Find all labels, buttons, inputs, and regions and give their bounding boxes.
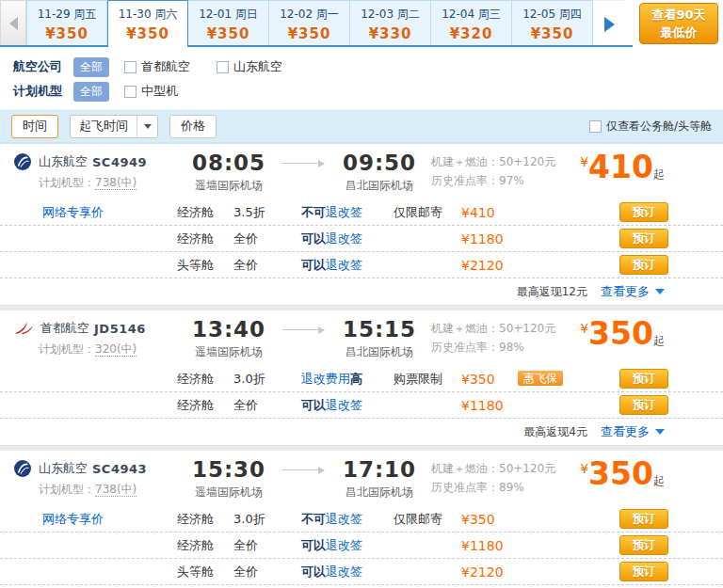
tab-price: ¥320 [450, 25, 493, 42]
fare-price: ¥350 [461, 372, 518, 387]
airline-filter-label: 航空公司 [13, 58, 73, 75]
aircraft-all-button[interactable]: 全部 [73, 82, 109, 102]
date-tab-2-active[interactable]: 11-30 周六 ¥350 [107, 0, 188, 47]
taxes-fees: 机建＋燃油：50+120元 [431, 319, 580, 338]
fare-policy-link[interactable]: 可以退改签 [301, 537, 394, 554]
fare-policy-link[interactable]: 不可退改签 [301, 511, 394, 528]
flight-direction [279, 318, 328, 360]
tab-price: ¥350 [288, 25, 331, 42]
airline-all-button[interactable]: 全部 [73, 57, 109, 77]
fare-row: 头等舱 全价 可以退改签 ¥2120 预订 [0, 559, 723, 585]
price-suffix: 起 [653, 474, 665, 487]
aircraft-type-link[interactable]: 738(中) [95, 176, 137, 190]
fare-policy-link[interactable]: 退改费用高 [301, 371, 394, 388]
date-tab-4[interactable]: 12-02 周一 ¥350 [269, 0, 350, 47]
date-tab-5[interactable]: 12-03 周二 ¥330 [350, 0, 431, 47]
arrival-airport: 昌北国际机场 [328, 485, 431, 501]
checkbox-icon[interactable] [124, 61, 137, 73]
sort-by-time-button[interactable]: 时间 [11, 115, 58, 138]
date-tab-bar: 11-29 周五 ¥350 11-30 周六 ¥350 12-01 周日 ¥35… [0, 0, 723, 47]
book-button[interactable]: 预订 [619, 535, 668, 555]
fare-row: 经济舱 全价 可以退改签 ¥1180 预订 [0, 532, 723, 559]
flight-card-sc4949: 山东航空 SC4949 计划机型：738(中) 08:05 遥墙国际机场 09:… [0, 144, 723, 305]
fare-channel-link[interactable]: 网络专享价 [0, 511, 177, 528]
fare-policy-link[interactable]: 可以退改签 [301, 257, 394, 274]
arrival-info: 17:10 昌北国际机场 [328, 458, 431, 501]
fare-price: ¥2120 [461, 258, 518, 273]
arrival-time: 17:10 [328, 458, 431, 481]
fare-cabin: 经济舱 [177, 204, 233, 221]
fare-policy-link[interactable]: 可以退改签 [301, 397, 394, 414]
flight-number: SC4943 [92, 462, 147, 476]
lowest-line1: 查看90天 [646, 6, 712, 24]
aircraft-type-link[interactable]: 738(中) [95, 483, 137, 497]
view-90day-lowest-price-button[interactable]: 查看90天 最低价 [639, 3, 718, 44]
airline-option-shandong[interactable]: 山东航空 [217, 58, 282, 75]
prev-dates-button[interactable] [0, 0, 26, 47]
capital-airlines-logo-icon [13, 321, 34, 336]
airline-option-capital[interactable]: 首都航空 [124, 58, 190, 75]
fare-cabin: 经济舱 [177, 371, 233, 388]
flight-meta: 机建＋燃油：50+120元 历史准点率：98% [431, 318, 580, 360]
checkbox-icon[interactable] [217, 61, 229, 73]
fare-discount: 全价 [233, 397, 301, 414]
price-suffix: 起 [653, 167, 665, 181]
fare-restriction: 仅限邮寄 [394, 204, 461, 221]
book-button[interactable]: 预订 [619, 562, 668, 581]
aircraft-option-medium[interactable]: 中型机 [124, 83, 178, 100]
checkbox-icon[interactable] [124, 86, 137, 98]
tab-date: 12-05 周四 [522, 7, 582, 23]
book-button[interactable]: 预订 [619, 255, 668, 275]
punctuality-rate: 历史准点率：98% [431, 338, 580, 357]
arrow-right-icon [282, 469, 324, 470]
fare-policy-link[interactable]: 可以退改签 [301, 564, 394, 580]
fare-row: 头等舱 全价 可以退改签 ¥2120 预订 [0, 252, 723, 278]
punctuality-rate: 历史准点率：89% [431, 478, 580, 497]
fare-discount: 全价 [233, 257, 301, 274]
aircraft-type-link[interactable]: 320(中) [95, 342, 137, 357]
flight-direction [279, 458, 328, 501]
aircraft-label: 计划机型： [39, 483, 95, 496]
flight-card-sc4943: 山东航空 SC4943 计划机型：738(中) 15:30 遥墙国际机场 17:… [0, 451, 723, 585]
checkbox-icon[interactable] [589, 120, 602, 133]
date-tab-7[interactable]: 12-05 周四 ¥350 [512, 0, 593, 47]
business-first-only-filter[interactable]: 仅查看公务舱/头等舱 [589, 119, 712, 135]
next-dates-button[interactable] [593, 0, 625, 47]
view-more-link[interactable]: 查看更多 [601, 283, 650, 300]
fare-price: ¥1180 [461, 538, 518, 553]
view-more-link[interactable]: 查看更多 [601, 423, 650, 440]
currency-symbol: ¥ [580, 321, 588, 336]
chevron-down-icon[interactable] [655, 289, 665, 294]
fare-channel-link[interactable]: 网络专享价 [0, 204, 177, 221]
fare-price: ¥1180 [461, 231, 518, 246]
tab-price: ¥350 [126, 25, 169, 42]
date-tab-6[interactable]: 12-04 周三 ¥320 [431, 0, 512, 47]
chevron-right-icon [604, 17, 615, 32]
fare-policy-link[interactable]: 不可退改签 [301, 204, 394, 221]
book-button[interactable]: 预订 [619, 369, 668, 389]
airline-option-label: 首都航空 [141, 58, 190, 75]
book-button[interactable]: 预订 [619, 509, 668, 529]
date-tab-1[interactable]: 11-29 周五 ¥350 [26, 0, 107, 47]
currency-symbol: ¥ [580, 461, 588, 476]
arrival-time: 15:15 [328, 318, 431, 341]
flight-search-results-page: 11-29 周五 ¥350 11-30 周六 ¥350 12-01 周日 ¥35… [0, 0, 723, 588]
price-value: 350 [588, 315, 653, 352]
book-button[interactable]: 预订 [619, 202, 668, 222]
dropdown-caret-area[interactable] [137, 116, 157, 137]
sort-bar: 时间 起飞时间 价格 仅查看公务舱/头等舱 [0, 109, 723, 144]
shandong-airlines-logo-icon [13, 152, 32, 171]
depart-time-dropdown[interactable]: 起飞时间 [70, 115, 158, 138]
aircraft-option-label: 中型机 [141, 83, 178, 100]
book-button[interactable]: 预订 [619, 229, 668, 248]
chevron-down-icon[interactable] [655, 429, 665, 435]
aircraft-filter-row: 计划机型 全部 中型机 [0, 79, 723, 103]
airline-option-label: 山东航空 [233, 58, 282, 75]
date-tab-3[interactable]: 12-01 周日 ¥350 [188, 0, 269, 47]
airline-name: 首都航空 [40, 320, 89, 337]
depart-time-dropdown-value: 起飞时间 [71, 118, 137, 135]
arrival-airport: 昌北国际机场 [328, 178, 431, 194]
sort-by-price-button[interactable]: 价格 [169, 115, 217, 138]
book-button[interactable]: 预订 [619, 395, 668, 415]
fare-policy-link[interactable]: 可以退改签 [301, 230, 394, 247]
